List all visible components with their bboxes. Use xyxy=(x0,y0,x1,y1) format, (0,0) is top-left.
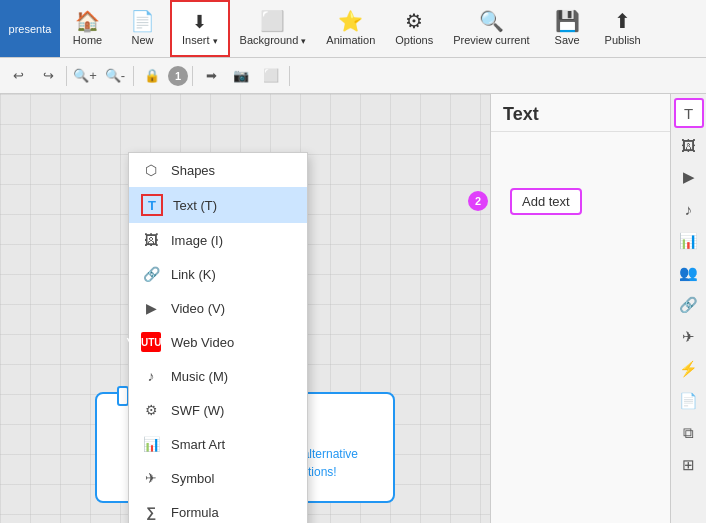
publish-icon: ⬆ xyxy=(614,11,631,31)
right-side: Text T 🖼 ▶ ♪ 📊 👥 🔗 ✈ ⚡ 📄 ⧉ ⊞ xyxy=(490,94,706,523)
insert-button[interactable]: ⬇ Insert ▾ xyxy=(170,0,230,57)
home-button[interactable]: 🏠 Home xyxy=(60,0,115,57)
layers-sidebar-button[interactable]: ⧉ xyxy=(674,418,704,448)
web-video-icon: YOUTUBE xyxy=(141,332,161,352)
video-menu-icon: ▶ xyxy=(141,298,161,318)
home-icon: 🏠 xyxy=(75,11,100,31)
dropdown-item-image[interactable]: 🖼 Image (I) xyxy=(129,223,307,257)
shapes-icon: ⬡ xyxy=(141,160,161,180)
image-menu-icon: 🖼 xyxy=(141,230,161,250)
people-sidebar-button[interactable]: 👥 xyxy=(674,258,704,288)
text-panel-title: Text xyxy=(491,94,670,132)
animation-icon: ⭐ xyxy=(338,11,363,31)
stack-sidebar-button[interactable]: ⊞ xyxy=(674,450,704,480)
new-icon: 📄 xyxy=(130,11,155,31)
add-text-tooltip: Add text xyxy=(510,188,582,215)
link-sidebar-button[interactable]: 🔗 xyxy=(674,290,704,320)
separator2 xyxy=(133,66,134,86)
step1-badge: 1 xyxy=(168,66,188,86)
text-icon: T xyxy=(141,194,163,216)
frame-button[interactable]: ⬜ xyxy=(257,62,285,90)
dropdown-item-web-video[interactable]: YOUTUBE Web Video xyxy=(129,325,307,359)
text-sidebar-button[interactable]: T xyxy=(674,98,704,128)
save-icon: 💾 xyxy=(555,11,580,31)
dropdown-item-video[interactable]: ▶ Video (V) xyxy=(129,291,307,325)
app-brand: presenta xyxy=(0,0,60,57)
publish-button[interactable]: ⬆ Publish xyxy=(595,0,651,57)
preview-icon: 🔍 xyxy=(479,11,504,31)
camera-button[interactable]: 📷 xyxy=(227,62,255,90)
separator3 xyxy=(192,66,193,86)
main-area: Focusky Focusky is the best PowerPoint a… xyxy=(0,94,706,523)
preview-button[interactable]: 🔍 Preview current xyxy=(443,0,539,57)
swf-icon: ⚙ xyxy=(141,400,161,420)
separator xyxy=(66,66,67,86)
dropdown-item-swf[interactable]: ⚙ SWF (W) xyxy=(129,393,307,427)
background-button[interactable]: ⬜ Background ▾ xyxy=(230,0,317,57)
chart-sidebar-button[interactable]: 📊 xyxy=(674,226,704,256)
link-menu-icon: 🔗 xyxy=(141,264,161,284)
video-sidebar-button[interactable]: ▶ xyxy=(674,162,704,192)
save-button[interactable]: 💾 Save xyxy=(540,0,595,57)
main-toolbar: presenta 🏠 Home 📄 New ⬇ Insert ▾ ⬜ Backg… xyxy=(0,0,706,58)
zoom-out-button[interactable]: 🔍- xyxy=(101,62,129,90)
formula-icon: ∑ xyxy=(141,502,161,522)
dropdown-item-formula[interactable]: ∑ Formula xyxy=(129,495,307,523)
undo-button[interactable]: ↩ xyxy=(4,62,32,90)
text-panel: Text xyxy=(490,94,670,523)
animation-button[interactable]: ⭐ Animation xyxy=(316,0,385,57)
doc-sidebar-button[interactable]: 📄 xyxy=(674,386,704,416)
music-sidebar-button[interactable]: ♪ xyxy=(674,194,704,224)
separator4 xyxy=(289,66,290,86)
dropdown-item-smart-art[interactable]: 📊 Smart Art xyxy=(129,427,307,461)
redo-button[interactable]: ↪ xyxy=(34,62,62,90)
icon-sidebar: T 🖼 ▶ ♪ 📊 👥 🔗 ✈ ⚡ 📄 ⧉ ⊞ xyxy=(670,94,706,523)
options-button[interactable]: ⚙ Options xyxy=(385,0,443,57)
insert-icon: ⬇ xyxy=(192,11,207,31)
options-icon: ⚙ xyxy=(405,11,423,31)
lock-button[interactable]: 🔒 xyxy=(138,62,166,90)
background-icon: ⬜ xyxy=(260,11,285,31)
dropdown-item-music[interactable]: ♪ Music (M) xyxy=(129,359,307,393)
music-menu-icon: ♪ xyxy=(141,366,161,386)
image-sidebar-button[interactable]: 🖼 xyxy=(674,130,704,160)
dropdown-item-shapes[interactable]: ⬡ Shapes xyxy=(129,153,307,187)
new-button[interactable]: 📄 New xyxy=(115,0,170,57)
step2-badge: 2 xyxy=(468,191,488,211)
dropdown-item-symbol[interactable]: ✈ Symbol xyxy=(129,461,307,495)
flash-sidebar-button[interactable]: ⚡ xyxy=(674,354,704,384)
dropdown-item-text[interactable]: T Text (T) xyxy=(129,187,307,223)
zoom-in-button[interactable]: 🔍+ xyxy=(71,62,99,90)
secondary-toolbar: ↩ ↪ 🔍+ 🔍- 🔒 1 ➡ 📷 ⬜ xyxy=(0,58,706,94)
arrow-button[interactable]: ➡ xyxy=(197,62,225,90)
smart-art-icon: 📊 xyxy=(141,434,161,454)
plane-sidebar-button[interactable]: ✈ xyxy=(674,322,704,352)
insert-dropdown: ⬡ Shapes T Text (T) 🖼 Image (I) 🔗 Link (… xyxy=(128,152,308,523)
dropdown-item-link[interactable]: 🔗 Link (K) xyxy=(129,257,307,291)
symbol-icon: ✈ xyxy=(141,468,161,488)
